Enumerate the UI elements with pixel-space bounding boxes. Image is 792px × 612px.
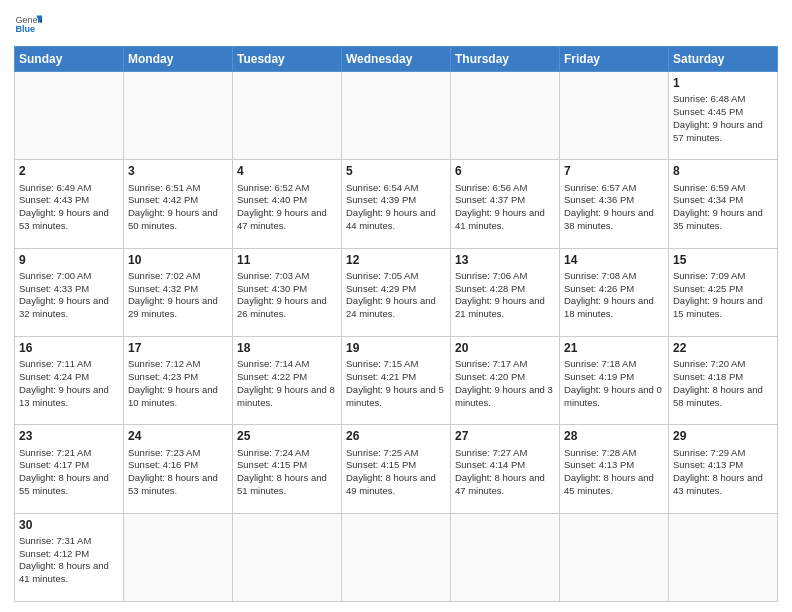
day-info: Daylight: 9 hours and 57 minutes. [673,119,763,143]
calendar-cell [560,72,669,160]
day-number: 13 [455,252,555,268]
logo: General Blue [14,10,42,38]
day-info: Daylight: 9 hours and 5 minutes. [346,384,444,408]
calendar-cell: 26Sunrise: 7:25 AMSunset: 4:15 PMDayligh… [342,425,451,513]
day-number: 27 [455,428,555,444]
day-number: 11 [237,252,337,268]
calendar-cell [342,513,451,601]
day-info: Daylight: 9 hours and 41 minutes. [455,207,545,231]
day-info: Daylight: 9 hours and 38 minutes. [564,207,654,231]
calendar-cell: 12Sunrise: 7:05 AMSunset: 4:29 PMDayligh… [342,248,451,336]
day-info: Daylight: 9 hours and 10 minutes. [128,384,218,408]
day-info: Sunset: 4:17 PM [19,459,89,470]
day-info: Sunset: 4:45 PM [673,106,743,117]
calendar-cell [124,513,233,601]
day-number: 23 [19,428,119,444]
day-info: Sunrise: 6:59 AM [673,182,745,193]
day-number: 8 [673,163,773,179]
day-info: Sunset: 4:12 PM [19,548,89,559]
day-info: Sunset: 4:26 PM [564,283,634,294]
day-info: Sunrise: 6:48 AM [673,93,745,104]
day-info: Sunrise: 7:15 AM [346,358,418,369]
calendar-cell: 25Sunrise: 7:24 AMSunset: 4:15 PMDayligh… [233,425,342,513]
day-info: Sunset: 4:21 PM [346,371,416,382]
day-info: Daylight: 9 hours and 32 minutes. [19,295,109,319]
day-info: Sunrise: 7:05 AM [346,270,418,281]
day-number: 9 [19,252,119,268]
calendar-week-row: 1Sunrise: 6:48 AMSunset: 4:45 PMDaylight… [15,72,778,160]
calendar-cell [451,513,560,601]
day-info: Sunrise: 7:18 AM [564,358,636,369]
day-info: Sunrise: 7:23 AM [128,447,200,458]
day-info: Sunrise: 6:52 AM [237,182,309,193]
day-info: Daylight: 9 hours and 18 minutes. [564,295,654,319]
day-number: 20 [455,340,555,356]
day-info: Daylight: 8 hours and 47 minutes. [455,472,545,496]
calendar-cell: 27Sunrise: 7:27 AMSunset: 4:14 PMDayligh… [451,425,560,513]
day-info: Sunrise: 7:29 AM [673,447,745,458]
calendar-cell: 20Sunrise: 7:17 AMSunset: 4:20 PMDayligh… [451,336,560,424]
calendar-week-row: 23Sunrise: 7:21 AMSunset: 4:17 PMDayligh… [15,425,778,513]
calendar-cell: 24Sunrise: 7:23 AMSunset: 4:16 PMDayligh… [124,425,233,513]
weekday-header-friday: Friday [560,47,669,72]
day-number: 22 [673,340,773,356]
day-info: Sunset: 4:33 PM [19,283,89,294]
day-info: Sunrise: 7:21 AM [19,447,91,458]
calendar-week-row: 9Sunrise: 7:00 AMSunset: 4:33 PMDaylight… [15,248,778,336]
day-info: Daylight: 8 hours and 45 minutes. [564,472,654,496]
calendar-cell: 10Sunrise: 7:02 AMSunset: 4:32 PMDayligh… [124,248,233,336]
page: General Blue SundayMondayTuesdayWednesda… [0,0,792,612]
day-info: Sunset: 4:13 PM [673,459,743,470]
calendar-cell: 18Sunrise: 7:14 AMSunset: 4:22 PMDayligh… [233,336,342,424]
day-info: Daylight: 9 hours and 13 minutes. [19,384,109,408]
calendar-cell: 5Sunrise: 6:54 AMSunset: 4:39 PMDaylight… [342,160,451,248]
day-info: Sunset: 4:36 PM [564,194,634,205]
day-info: Sunrise: 7:02 AM [128,270,200,281]
day-info: Daylight: 8 hours and 49 minutes. [346,472,436,496]
day-info: Sunrise: 7:31 AM [19,535,91,546]
calendar-week-row: 16Sunrise: 7:11 AMSunset: 4:24 PMDayligh… [15,336,778,424]
calendar-cell [233,513,342,601]
day-info: Daylight: 9 hours and 21 minutes. [455,295,545,319]
day-info: Sunset: 4:24 PM [19,371,89,382]
calendar-cell: 8Sunrise: 6:59 AMSunset: 4:34 PMDaylight… [669,160,778,248]
calendar-cell [233,72,342,160]
day-info: Daylight: 9 hours and 26 minutes. [237,295,327,319]
calendar-cell [15,72,124,160]
day-number: 5 [346,163,446,179]
day-info: Sunrise: 7:12 AM [128,358,200,369]
day-number: 2 [19,163,119,179]
calendar-cell: 21Sunrise: 7:18 AMSunset: 4:19 PMDayligh… [560,336,669,424]
day-info: Daylight: 9 hours and 44 minutes. [346,207,436,231]
day-info: Sunset: 4:37 PM [455,194,525,205]
day-info: Sunset: 4:25 PM [673,283,743,294]
day-info: Daylight: 9 hours and 15 minutes. [673,295,763,319]
calendar-cell: 30Sunrise: 7:31 AMSunset: 4:12 PMDayligh… [15,513,124,601]
weekday-header-saturday: Saturday [669,47,778,72]
day-info: Sunrise: 6:49 AM [19,182,91,193]
generalblue-logo-icon: General Blue [14,10,42,38]
day-info: Sunrise: 7:27 AM [455,447,527,458]
calendar-cell: 1Sunrise: 6:48 AMSunset: 4:45 PMDaylight… [669,72,778,160]
day-number: 18 [237,340,337,356]
day-info: Daylight: 9 hours and 29 minutes. [128,295,218,319]
day-info: Sunset: 4:22 PM [237,371,307,382]
calendar-cell: 19Sunrise: 7:15 AMSunset: 4:21 PMDayligh… [342,336,451,424]
day-info: Sunrise: 7:06 AM [455,270,527,281]
day-info: Daylight: 9 hours and 3 minutes. [455,384,553,408]
day-info: Sunset: 4:43 PM [19,194,89,205]
day-info: Sunset: 4:42 PM [128,194,198,205]
calendar-cell: 2Sunrise: 6:49 AMSunset: 4:43 PMDaylight… [15,160,124,248]
day-info: Sunset: 4:14 PM [455,459,525,470]
calendar-cell: 15Sunrise: 7:09 AMSunset: 4:25 PMDayligh… [669,248,778,336]
calendar-cell: 13Sunrise: 7:06 AMSunset: 4:28 PMDayligh… [451,248,560,336]
calendar-week-row: 2Sunrise: 6:49 AMSunset: 4:43 PMDaylight… [15,160,778,248]
calendar-cell: 7Sunrise: 6:57 AMSunset: 4:36 PMDaylight… [560,160,669,248]
day-info: Daylight: 9 hours and 35 minutes. [673,207,763,231]
day-number: 6 [455,163,555,179]
calendar-cell: 6Sunrise: 6:56 AMSunset: 4:37 PMDaylight… [451,160,560,248]
calendar-cell: 3Sunrise: 6:51 AMSunset: 4:42 PMDaylight… [124,160,233,248]
day-number: 28 [564,428,664,444]
day-number: 26 [346,428,446,444]
day-info: Daylight: 8 hours and 55 minutes. [19,472,109,496]
